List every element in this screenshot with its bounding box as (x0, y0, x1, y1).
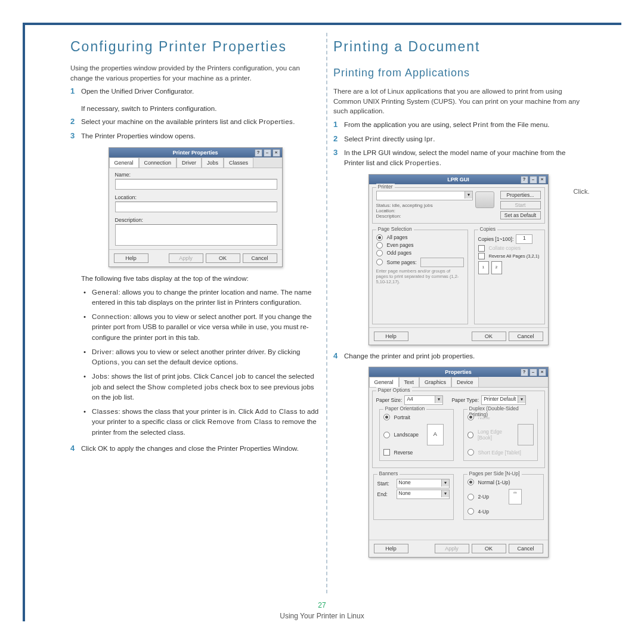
help-button[interactable]: Help (374, 332, 408, 341)
apply-button[interactable]: Apply (435, 544, 469, 553)
properties-dialog: Properties?–× General Text Graphics Devi… (369, 367, 549, 558)
step-2: Select your machine on the available pri… (81, 117, 320, 127)
column-divider (326, 33, 327, 593)
tab-device[interactable]: Device (451, 377, 479, 387)
step-4: Click OK to apply the changes and close … (81, 444, 320, 454)
intro-right: There are a lot of Linux applications th… (333, 86, 583, 116)
tab-general[interactable]: General (109, 157, 139, 168)
heading-configuring: Configuring Printer Properties (70, 39, 320, 55)
step-3: The Printer Properties window opens. (81, 131, 320, 141)
help-button[interactable]: Help (374, 544, 408, 553)
tab-classes[interactable]: Classes (224, 157, 253, 168)
lpr-gui-dialog: Click. LPR GUI?–× Printer ▾ Status: idle… (369, 174, 549, 345)
tab-driver[interactable]: Driver (177, 157, 202, 168)
cancel-button[interactable]: Cancel (243, 253, 277, 263)
printer-select[interactable]: ▾ (376, 191, 473, 200)
left-column: Configuring Printer Properties Using the… (70, 33, 320, 593)
r-step-3: In the LPR GUI window, select the model … (344, 148, 583, 168)
printer-icon (475, 191, 494, 208)
tab-graphics[interactable]: Graphics (419, 377, 451, 387)
description-field[interactable] (115, 224, 277, 246)
name-field[interactable] (115, 179, 277, 190)
location-field[interactable] (115, 202, 277, 212)
ok-button[interactable]: OK (472, 544, 506, 553)
footer-line: Using Your Printer in Linux (0, 612, 644, 620)
top-rule (23, 23, 621, 25)
start-button[interactable]: Start (500, 201, 541, 209)
callout-click: Click. (574, 188, 590, 195)
help-button[interactable]: Help (114, 253, 148, 263)
cancel-button[interactable]: Cancel (509, 332, 543, 341)
right-column: Printing a Document Printing from Applic… (333, 33, 583, 593)
r-step-4: Change the printer and print job propert… (344, 351, 583, 361)
page-footer: 27 Using Your Printer in Linux (0, 601, 644, 620)
set-default-button[interactable]: Set as Default (500, 211, 541, 219)
cancel-button[interactable]: Cancel (509, 544, 543, 553)
left-rule (23, 23, 25, 621)
apply-button[interactable]: Apply (169, 253, 203, 263)
page-number: 27 (0, 601, 644, 609)
r-step-2: Select Print directly using lpr. (344, 134, 583, 144)
tab-jobs[interactable]: Jobs (202, 157, 224, 168)
tab-connection[interactable]: Connection (139, 157, 177, 168)
intro-left: Using the properties window provided by … (70, 63, 320, 83)
heading-printing: Printing a Document (333, 39, 583, 55)
tabs-bullets: General: allows you to change the printe… (87, 287, 320, 438)
printer-properties-dialog: Printer Properties?–× General Connection… (109, 147, 283, 267)
tab-general[interactable]: General (369, 377, 399, 387)
ok-button[interactable]: OK (472, 332, 506, 341)
step-1-note: If necessary, switch to Printers configu… (81, 104, 320, 114)
tabs-intro: The following five tabs display at the t… (81, 274, 320, 284)
tab-text[interactable]: Text (399, 377, 420, 387)
ok-button[interactable]: OK (206, 253, 240, 263)
properties-button[interactable]: Properties... (500, 191, 541, 199)
step-1: Open the Unified Driver Configurator. (81, 86, 320, 97)
r-step-1: From the application you are using, sele… (344, 120, 583, 130)
heading-apps: Printing from Applications (333, 67, 583, 79)
